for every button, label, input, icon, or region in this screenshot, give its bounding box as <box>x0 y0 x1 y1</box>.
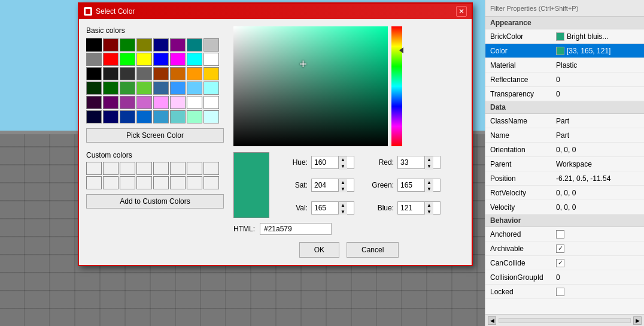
prop-row-orientation[interactable]: Orientation0, 0, 0 <box>485 143 644 157</box>
red-down-arrow[interactable]: ▼ <box>425 163 433 170</box>
prop-row-rotvelocity[interactable]: RotVelocity0, 0, 0 <box>485 186 644 200</box>
prop-row-cancollide[interactable]: CanCollide <box>485 256 644 270</box>
basic-swatch[interactable] <box>153 67 169 80</box>
custom-swatch[interactable] <box>86 176 102 189</box>
basic-swatch[interactable] <box>103 96 119 109</box>
basic-swatch[interactable] <box>136 110 152 123</box>
red-value-input[interactable] <box>398 157 424 168</box>
basic-swatch[interactable] <box>86 38 102 52</box>
checkbox[interactable] <box>556 244 564 253</box>
basic-swatch[interactable] <box>153 110 169 123</box>
prop-row-transparency[interactable]: Transparency0 <box>485 87 644 101</box>
custom-swatch[interactable] <box>187 162 202 175</box>
basic-swatch[interactable] <box>136 53 152 66</box>
basic-swatch[interactable] <box>187 82 202 95</box>
basic-swatch[interactable] <box>153 53 169 66</box>
basic-swatch[interactable] <box>187 53 202 66</box>
hue-up-arrow[interactable]: ▲ <box>339 156 347 163</box>
custom-swatch[interactable] <box>153 162 169 175</box>
basic-swatch[interactable] <box>170 110 186 123</box>
custom-swatch[interactable] <box>153 176 169 189</box>
green-input[interactable]: ▲▼ <box>397 179 441 192</box>
hue-slider[interactable] <box>391 26 402 146</box>
prop-row-reflectance[interactable]: Reflectance0 <box>485 73 644 87</box>
basic-swatch[interactable] <box>170 38 186 52</box>
blue-value-input[interactable] <box>398 203 424 213</box>
hue-down-arrow[interactable]: ▼ <box>339 163 347 170</box>
basic-swatch[interactable] <box>203 53 219 66</box>
basic-swatch[interactable] <box>120 38 135 52</box>
basic-swatch[interactable] <box>120 53 135 66</box>
basic-swatch[interactable] <box>136 96 152 109</box>
red-up-arrow[interactable]: ▲ <box>425 156 433 163</box>
basic-swatch[interactable] <box>187 67 202 80</box>
prop-row-color[interactable]: Color[33, 165, 121] <box>485 44 644 58</box>
val-down-arrow[interactable]: ▼ <box>339 209 347 215</box>
basic-swatch[interactable] <box>153 82 169 95</box>
basic-swatch[interactable] <box>103 82 119 95</box>
custom-swatch[interactable] <box>187 176 202 189</box>
basic-swatch[interactable] <box>187 110 202 123</box>
basic-swatch[interactable] <box>153 38 169 52</box>
custom-swatch[interactable] <box>120 162 135 175</box>
basic-swatch[interactable] <box>86 82 102 95</box>
horizontal-scrollbar[interactable] <box>499 318 631 323</box>
green-down-arrow[interactable]: ▼ <box>425 186 433 192</box>
custom-swatch[interactable] <box>136 162 152 175</box>
basic-swatch[interactable] <box>203 82 219 95</box>
blue-input[interactable]: ▲▼ <box>397 201 441 215</box>
blue-up-arrow[interactable]: ▲ <box>425 202 433 209</box>
prop-row-collisiongroupid[interactable]: CollisionGroupId0 <box>485 270 644 285</box>
green-up-arrow[interactable]: ▲ <box>425 179 433 186</box>
basic-swatch[interactable] <box>170 67 186 80</box>
basic-swatch[interactable] <box>203 110 219 123</box>
prop-row-velocity[interactable]: Velocity0, 0, 0 <box>485 200 644 215</box>
basic-swatch[interactable] <box>187 96 202 109</box>
basic-swatch[interactable] <box>203 67 219 80</box>
basic-swatch[interactable] <box>187 38 202 52</box>
green-value-input[interactable] <box>398 180 424 191</box>
dialog-close-button[interactable]: ✕ <box>456 6 467 17</box>
basic-swatch[interactable] <box>103 67 119 80</box>
checkbox[interactable] <box>556 288 564 296</box>
html-value-input[interactable] <box>260 223 332 235</box>
custom-swatch[interactable] <box>103 162 119 175</box>
prop-row-material[interactable]: MaterialPlastic <box>485 58 644 73</box>
sat-down-arrow[interactable]: ▼ <box>339 186 347 192</box>
red-input[interactable]: ▲▼ <box>397 156 441 169</box>
basic-swatch[interactable] <box>120 110 135 123</box>
basic-swatch[interactable] <box>86 96 102 109</box>
color-gradient-picker[interactable]: + <box>233 26 388 146</box>
custom-swatch[interactable] <box>203 176 219 189</box>
basic-swatch[interactable] <box>103 38 119 52</box>
prop-row-brickcolor[interactable]: BrickColorBright bluis... <box>485 29 644 44</box>
basic-swatch[interactable] <box>86 110 102 123</box>
basic-swatch[interactable] <box>153 96 169 109</box>
basic-swatch[interactable] <box>120 96 135 109</box>
prop-row-position[interactable]: Position-6.21, 0.5, -11.54 <box>485 171 644 186</box>
prop-row-archivable[interactable]: Archivable <box>485 242 644 256</box>
pick-screen-color-button[interactable]: Pick Screen Color <box>86 128 224 143</box>
basic-swatch[interactable] <box>103 110 119 123</box>
basic-swatch[interactable] <box>86 53 102 66</box>
prop-row-parent[interactable]: ParentWorkspace <box>485 157 644 171</box>
blue-down-arrow[interactable]: ▼ <box>425 209 433 215</box>
basic-swatch[interactable] <box>120 67 135 80</box>
sat-up-arrow[interactable]: ▲ <box>339 179 347 186</box>
basic-swatch[interactable] <box>203 38 219 52</box>
basic-swatch[interactable] <box>136 38 152 52</box>
basic-swatch[interactable] <box>120 82 135 95</box>
prop-row-name[interactable]: NamePart <box>485 128 644 143</box>
basic-swatch[interactable] <box>136 67 152 80</box>
sat-input[interactable]: ▲▼ <box>311 179 354 192</box>
prop-row-locked[interactable]: Locked <box>485 285 644 299</box>
sat-value-input[interactable] <box>312 180 338 191</box>
basic-swatch[interactable] <box>136 82 152 95</box>
val-up-arrow[interactable]: ▲ <box>339 202 347 209</box>
custom-swatch[interactable] <box>103 176 119 189</box>
val-input[interactable]: ▲▼ <box>311 201 354 215</box>
custom-swatch[interactable] <box>203 162 219 175</box>
ok-button[interactable]: OK <box>299 242 339 258</box>
custom-swatch[interactable] <box>170 162 186 175</box>
hue-value-input[interactable] <box>312 157 338 168</box>
